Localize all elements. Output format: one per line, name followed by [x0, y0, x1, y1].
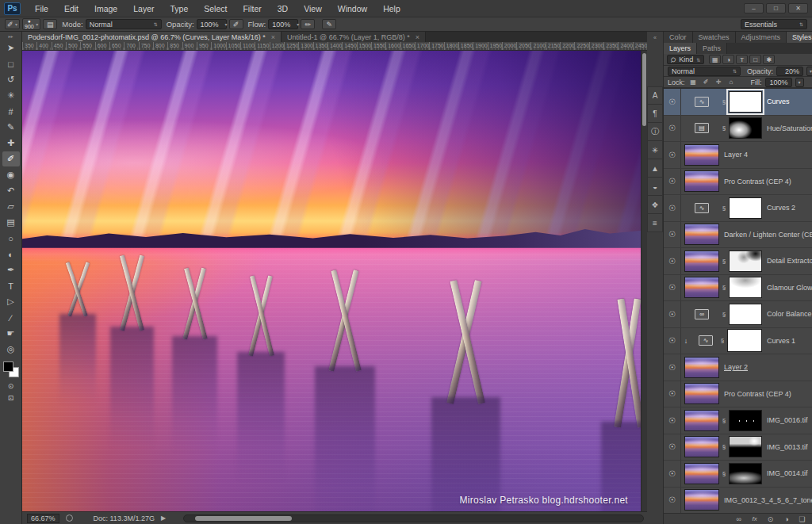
layer-row-9[interactable]: ☉∞§Color Balance 1 — [664, 301, 812, 328]
brush-size-picker[interactable]: ●900 ▾ — [22, 18, 40, 30]
dodge-tool[interactable]: ◐ — [2, 247, 20, 262]
close-button[interactable]: ✕ — [788, 3, 808, 13]
filter-smart-objects-icon[interactable]: ✱ — [763, 55, 775, 64]
mask-link-icon[interactable]: § — [719, 417, 729, 424]
visibility-eye-icon[interactable]: ☉ — [664, 222, 681, 248]
mask-link-icon[interactable]: § — [718, 337, 727, 344]
lock-transparent-pixels-icon[interactable]: ▦ — [688, 78, 699, 86]
menu-image[interactable]: Image — [86, 0, 125, 17]
histogram-panel-icon[interactable]: ▲ — [647, 159, 663, 178]
layer-mask-thumbnail[interactable] — [729, 410, 762, 431]
visibility-eye-icon[interactable]: ☉ — [664, 328, 681, 354]
paragraph-panel-icon[interactable]: ¶ — [647, 105, 663, 123]
menu-file[interactable]: File — [27, 0, 56, 17]
lasso-tool[interactable]: ↺ — [2, 72, 20, 87]
layer-name[interactable]: IMG_0016.tif — [767, 416, 808, 424]
visibility-eye-icon[interactable]: ☉ — [664, 142, 681, 168]
visibility-eye-icon[interactable]: ☉ — [664, 434, 681, 461]
visibility-eye-icon[interactable]: ☉ — [664, 354, 681, 381]
horizontal-scrollbar-thumb[interactable] — [195, 516, 292, 521]
healing-brush-tool[interactable]: ✚ — [2, 136, 20, 151]
mask-link-icon[interactable]: § — [719, 124, 729, 132]
layer-opacity-input[interactable]: 20% — [776, 67, 803, 76]
curves-adjustment-icon[interactable]: ∿ — [695, 203, 709, 213]
new-adjustment-layer-icon[interactable]: ◑ — [782, 515, 791, 523]
eyedropper-tool[interactable]: ✎ — [2, 120, 20, 135]
layer-mask-thumbnail[interactable] — [729, 91, 762, 113]
expand-dock-icon[interactable]: « — [653, 34, 657, 42]
clone-stamp-tool[interactable]: ◉ — [2, 167, 20, 182]
document-tab-2[interactable]: Untitled-1 @ 66.7% (Layer 1, RGB/8) *× — [282, 32, 426, 42]
opacity-input[interactable]: 100%▾ — [197, 19, 227, 29]
visibility-eye-icon[interactable]: ☉ — [664, 407, 681, 434]
layer-mask-thumbnail[interactable] — [729, 251, 762, 272]
layer-row-1[interactable]: ☉∿§Curves — [664, 89, 812, 116]
menu-select[interactable]: Select — [196, 0, 235, 17]
tab-close-icon[interactable]: × — [416, 33, 419, 41]
blur-tool[interactable]: ○ — [2, 231, 20, 246]
layer-thumbnail[interactable] — [684, 410, 719, 431]
layer-name[interactable]: IMG_0013.tif — [767, 443, 808, 451]
fill-caret-button[interactable]: ▾ — [795, 78, 804, 87]
new-group-icon[interactable]: ❏ — [798, 515, 807, 523]
lock-all-icon[interactable]: ⌂ — [726, 78, 737, 86]
colorbalance-adjustment-icon[interactable]: ∞ — [695, 309, 709, 319]
layer-name[interactable]: Darken / Lighten Center (CEP 4) — [724, 231, 812, 239]
curves-adjustment-icon[interactable]: ∿ — [699, 335, 713, 346]
document-tab-1[interactable]: Podersdorf-IMG_0012-photomatix.psd @ 66.… — [22, 32, 282, 42]
layer-row-3[interactable]: ☉Layer 4 — [664, 142, 812, 169]
layer-name[interactable]: Curves — [767, 98, 790, 105]
layer-row-8[interactable]: ☉§Glamour Glow (C... — [664, 275, 812, 302]
airbrush-flow-icon[interactable]: ✏ — [301, 19, 315, 29]
workspace-select[interactable]: Essentials⇅ — [741, 19, 807, 29]
layer-thumbnail[interactable] — [684, 463, 719, 484]
layer-thumbnail[interactable] — [684, 489, 719, 511]
layer-blend-mode-select[interactable]: Normal⇅ — [668, 67, 741, 76]
brush-tool-preset-icon[interactable]: ✐ ▾ — [5, 19, 20, 29]
layer-mask-thumbnail[interactable] — [729, 117, 762, 139]
adjustments-panel-icon[interactable]: ✳ — [647, 141, 663, 159]
layer-row-6[interactable]: ☉Darken / Lighten Center (CEP 4) — [664, 222, 812, 249]
restore-button[interactable]: □ — [766, 3, 786, 13]
gradient-tool[interactable]: ▤ — [2, 215, 20, 230]
mask-link-icon[interactable]: § — [719, 205, 729, 212]
mask-link-icon[interactable]: § — [719, 284, 729, 291]
layer-mask-thumbnail[interactable] — [729, 277, 762, 298]
visibility-eye-icon[interactable]: ☉ — [664, 381, 681, 407]
menu-help[interactable]: Help — [375, 0, 408, 17]
layer-thumbnail[interactable] — [684, 144, 719, 166]
layer-row-11[interactable]: ☉Layer 2 — [664, 354, 812, 381]
layer-thumbnail[interactable] — [684, 251, 719, 272]
layer-mask-thumbnail[interactable] — [729, 197, 762, 219]
airbrush-opacity-icon[interactable]: ✐ — [229, 19, 243, 29]
filter-type-layers-icon[interactable]: T — [736, 55, 748, 64]
layer-name[interactable]: Hue/Saturation 1 — [767, 124, 812, 132]
visibility-eye-icon[interactable]: ☉ — [664, 248, 681, 274]
canvas[interactable]: Miroslav Petrasko blog.hdrshooter.net — [22, 51, 641, 511]
brush-pressure-icon[interactable]: ✎ — [322, 19, 336, 29]
zoom-tool[interactable]: ◎ — [2, 342, 20, 357]
mask-link-icon[interactable]: § — [719, 443, 729, 450]
mask-link-icon[interactable]: § — [719, 311, 729, 318]
layer-name[interactable]: Glamour Glow (C... — [767, 284, 812, 292]
menu-type[interactable]: Type — [162, 0, 196, 17]
minimize-button[interactable]: – — [744, 3, 764, 13]
layer-thumbnail[interactable] — [684, 357, 719, 378]
zoom-level-field[interactable]: 66.67% — [27, 514, 59, 523]
move-tool[interactable]: ➤ — [2, 40, 20, 55]
layer-thumbnail[interactable] — [684, 436, 719, 457]
layer-mask-thumbnail[interactable] — [729, 304, 762, 325]
hand-tool[interactable]: ☛ — [2, 326, 20, 341]
type-tool[interactable]: T — [2, 278, 20, 293]
layer-name[interactable]: Pro Contrast (CEP 4) — [724, 178, 791, 186]
lock-position-icon[interactable]: ✛ — [714, 78, 724, 86]
menu-layer[interactable]: Layer — [125, 0, 162, 17]
layer-name[interactable]: Color Balance 1 — [767, 310, 812, 318]
layer-row-16[interactable]: ☉IMG_0012_3_4_5_6_7_tonemapped.tif — [664, 488, 812, 514]
mask-link-icon[interactable]: § — [719, 470, 729, 477]
link-layers-icon[interactable]: ∞ — [734, 515, 744, 523]
layer-row-13[interactable]: ☉§IMG_0016.tif — [664, 407, 812, 434]
visibility-eye-icon[interactable]: ☉ — [664, 116, 681, 142]
layer-thumbnail[interactable] — [684, 383, 719, 404]
opacity-caret-button[interactable]: ▾ — [806, 67, 812, 76]
